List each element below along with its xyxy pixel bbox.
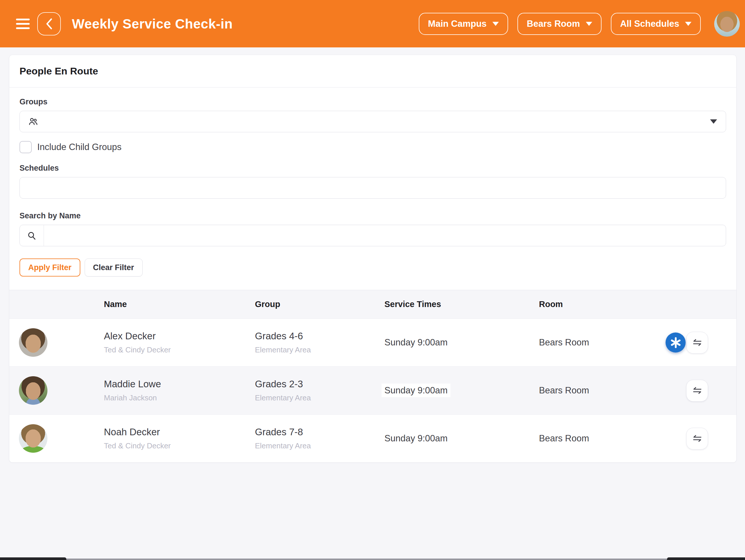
row-avatar — [19, 376, 47, 405]
include-child-groups-checkbox[interactable] — [20, 141, 32, 153]
magnifier-icon — [20, 225, 44, 246]
group-cell: Grades 7-8 Elementary Area — [255, 426, 384, 450]
schedules-label: Schedules — [20, 164, 726, 173]
room-name: Bears Room — [539, 337, 589, 347]
room-name: Bears Room — [539, 385, 589, 395]
move-person-button[interactable] — [686, 428, 708, 450]
user-avatar[interactable] — [714, 11, 740, 37]
service-time: Sunday 9:00am — [384, 337, 448, 347]
service-time-cell: Sunday 9:00am — [384, 433, 539, 444]
table-body: Alex Decker Ted & Cindy Decker Grades 4-… — [9, 318, 736, 462]
group-name: Grades 7-8 — [255, 426, 384, 438]
avatar-cell — [9, 415, 104, 462]
swap-arrows-icon — [692, 385, 703, 396]
person-parents: Ted & Cindy Decker — [104, 345, 255, 354]
asterisk-icon — [669, 336, 682, 349]
table-header: Name Group Service Times Room — [9, 290, 736, 318]
campus-dropdown[interactable]: Main Campus — [419, 13, 509, 35]
chevron-down-icon — [586, 22, 592, 26]
swap-arrows-icon — [692, 337, 703, 348]
chevron-left-icon — [45, 18, 53, 30]
room-dropdown-label: Bears Room — [527, 19, 580, 29]
app-bar: Weekly Service Check-in Main Campus Bear… — [0, 0, 745, 47]
room-name: Bears Room — [539, 433, 589, 444]
column-header-service-times: Service Times — [384, 300, 539, 309]
column-header-name: Name — [104, 300, 255, 309]
person-name: Maddie Lowe — [104, 379, 255, 390]
move-person-button[interactable] — [686, 332, 708, 354]
filter-buttons: Apply Filter Clear Filter — [20, 258, 726, 290]
service-time-cell: Sunday 9:00am — [384, 385, 539, 396]
include-child-groups-row[interactable]: Include Child Groups — [20, 141, 726, 153]
search-box — [20, 225, 726, 246]
group-name: Grades 2-3 — [255, 379, 384, 390]
page-title: Weekly Service Check-in — [72, 16, 233, 32]
search-block: Search by Name — [20, 211, 726, 246]
table-row: Noah Decker Ted & Cindy Decker Grades 7-… — [9, 414, 736, 462]
apply-filter-button[interactable]: Apply Filter — [20, 258, 80, 277]
results-table: Name Group Service Times Room Alex Decke… — [9, 290, 736, 462]
room-cell: Bears Room — [539, 385, 667, 396]
name-cell: Maddie Lowe Mariah Jackson — [104, 379, 255, 403]
appbar-right: Main Campus Bears Room All Schedules — [410, 11, 740, 37]
screen: Weekly Service Check-in Main Campus Bear… — [0, 0, 745, 560]
service-time: Sunday 9:00am — [382, 384, 451, 397]
group-name: Grades 4-6 — [255, 330, 384, 342]
move-person-button[interactable] — [686, 380, 708, 401]
room-dropdown[interactable]: Bears Room — [517, 13, 602, 35]
search-input[interactable] — [44, 225, 726, 246]
service-time-cell: Sunday 9:00am — [384, 337, 539, 348]
person-name: Alex Decker — [104, 330, 255, 342]
room-cell: Bears Room — [539, 433, 667, 444]
window-bottom-edge — [0, 557, 745, 560]
people-icon — [28, 116, 38, 127]
group-area: Elementary Area — [255, 345, 384, 354]
bottom-edge-middle — [66, 559, 667, 560]
actions-cell — [667, 366, 736, 414]
chevron-down-icon — [685, 22, 691, 26]
name-cell: Noah Decker Ted & Cindy Decker — [104, 426, 255, 450]
actions-cell — [667, 415, 736, 462]
schedules-block: Schedules — [20, 164, 726, 199]
group-cell: Grades 2-3 Elementary Area — [255, 379, 384, 403]
group-area: Elementary Area — [255, 393, 384, 403]
name-cell: Alex Decker Ted & Cindy Decker — [104, 330, 255, 354]
schedule-dropdown[interactable]: All Schedules — [611, 13, 701, 35]
row-avatar — [19, 424, 47, 453]
service-time: Sunday 9:00am — [384, 433, 448, 444]
table-row: Maddie Lowe Mariah Jackson Grades 2-3 El… — [9, 366, 736, 414]
person-parents: Mariah Jackson — [104, 393, 255, 403]
groups-label: Groups — [20, 97, 726, 106]
group-area: Elementary Area — [255, 442, 384, 450]
menu-button[interactable] — [16, 19, 30, 29]
table-row: Alex Decker Ted & Cindy Decker Grades 4-… — [9, 318, 736, 366]
back-button[interactable] — [37, 12, 61, 35]
groups-select[interactable] — [20, 111, 726, 132]
schedules-input[interactable] — [20, 177, 726, 199]
people-en-route-card: People En Route Groups Include Child Gro… — [9, 55, 737, 463]
campus-dropdown-label: Main Campus — [428, 19, 487, 29]
swap-arrows-icon — [692, 433, 703, 444]
avatar-cell — [9, 319, 104, 366]
bottom-edge-left — [0, 557, 66, 560]
avatar-cell — [9, 366, 104, 414]
schedule-dropdown-label: All Schedules — [620, 19, 679, 29]
card-title: People En Route — [20, 65, 98, 77]
chevron-down-icon — [492, 22, 499, 26]
person-parents: Ted & Cindy Decker — [104, 442, 255, 450]
room-cell: Bears Room — [539, 337, 667, 348]
row-avatar — [19, 328, 47, 357]
clear-filter-button[interactable]: Clear Filter — [85, 258, 142, 277]
card-header: People En Route — [9, 55, 736, 88]
person-name: Noah Decker — [104, 426, 255, 438]
search-label: Search by Name — [20, 211, 726, 220]
filter-panel: Groups Include Child Groups Schedules — [9, 88, 736, 290]
include-child-groups-label: Include Child Groups — [37, 142, 122, 152]
group-cell: Grades 4-6 Elementary Area — [255, 330, 384, 354]
click-marker — [666, 332, 686, 353]
column-header-room: Room — [539, 300, 667, 309]
bottom-edge-right — [667, 557, 745, 560]
column-header-group: Group — [255, 300, 384, 309]
chevron-down-icon — [710, 119, 717, 124]
